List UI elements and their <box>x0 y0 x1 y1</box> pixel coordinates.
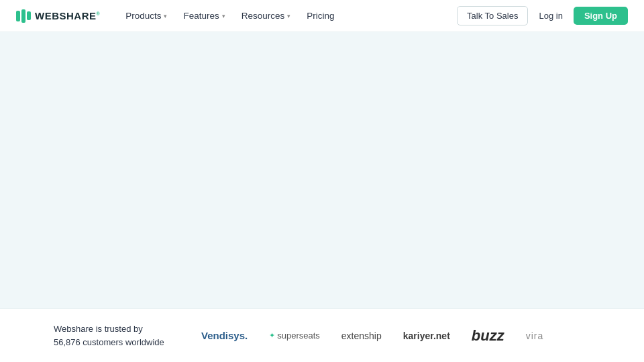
logo-vira: vira <box>526 330 544 341</box>
logo-wordmark: WEBSHARE <box>35 10 97 21</box>
nav-resources[interactable]: Resources ▾ <box>235 7 298 25</box>
superseats-text: superseats <box>277 330 320 341</box>
main-content <box>0 32 644 308</box>
logo-vendisys: Vendisys. <box>201 330 248 341</box>
trust-text: Webshare is trusted by 56,876 customers … <box>54 322 174 349</box>
navbar: WEBSHARE® Products ▾ Features ▾ Resource… <box>0 0 644 32</box>
trust-bar: Webshare is trusted by 56,876 customers … <box>0 308 644 362</box>
nav-actions: Talk To Sales Log in Sign Up <box>457 6 628 25</box>
logo-bar-1 <box>16 11 20 21</box>
logo-extenship: extenship <box>341 330 382 341</box>
signup-button[interactable]: Sign Up <box>574 7 628 25</box>
chevron-down-icon: ▾ <box>164 13 167 19</box>
nav-links: Products ▾ Features ▾ Resources ▾ Pricin… <box>119 7 457 25</box>
trust-line2: 56,876 customers worldwide <box>54 337 164 347</box>
nav-products[interactable]: Products ▾ <box>119 7 174 25</box>
superseats-icon: ✦ <box>269 331 275 340</box>
login-button[interactable]: Log in <box>532 7 569 25</box>
logo-bar-3 <box>27 11 31 20</box>
trust-logos: Vendisys. ✦ superseats extenship kariyer… <box>201 327 590 345</box>
logo-kariyer: kariyer.net <box>403 330 450 341</box>
nav-products-label: Products <box>125 11 161 21</box>
nav-features[interactable]: Features ▾ <box>176 7 231 25</box>
nav-pricing[interactable]: Pricing <box>300 7 341 25</box>
talk-to-sales-button[interactable]: Talk To Sales <box>457 6 528 25</box>
trust-line1: Webshare is trusted by <box>54 324 143 334</box>
logo-sup: ® <box>97 11 101 16</box>
logo-text: WEBSHARE® <box>35 10 100 21</box>
logo[interactable]: WEBSHARE® <box>16 9 100 23</box>
nav-pricing-label: Pricing <box>307 11 334 21</box>
chevron-down-icon: ▾ <box>287 13 290 19</box>
chevron-down-icon: ▾ <box>222 13 225 19</box>
nav-features-label: Features <box>183 11 219 21</box>
logo-buzz: buzz <box>472 327 504 345</box>
logo-superseats: ✦ superseats <box>269 330 320 341</box>
logo-icon <box>16 9 31 23</box>
nav-resources-label: Resources <box>241 11 285 21</box>
logo-bar-2 <box>21 9 25 23</box>
